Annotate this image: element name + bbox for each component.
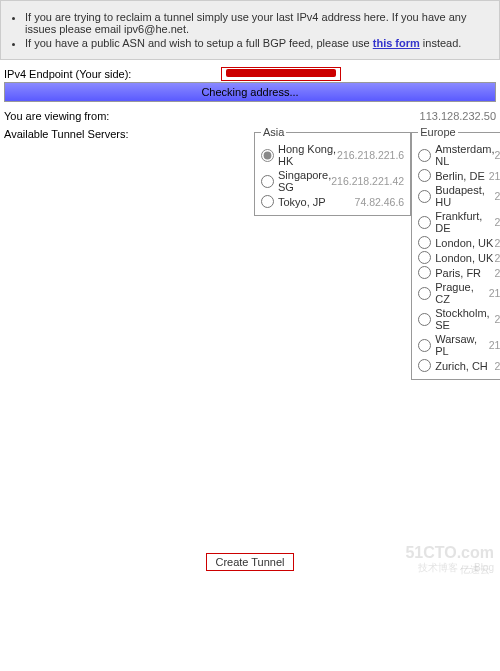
server-row: Paris, FR216.66.84.42 xyxy=(418,265,500,280)
this-form-link[interactable]: this form xyxy=(373,37,420,49)
info-reclaim: If you are trying to reclaim a tunnel si… xyxy=(25,11,491,35)
ipv4-endpoint-input[interactable] xyxy=(221,67,341,81)
server-ip: 216.66.86.122 xyxy=(489,287,500,299)
server-location: London, UK xyxy=(435,252,494,264)
server-radio[interactable] xyxy=(418,216,431,229)
server-ip: 216.66.87.14 xyxy=(495,190,500,202)
available-servers-label: Available Tunnel Servers: xyxy=(4,126,254,140)
server-location: Tokyo, JP xyxy=(278,196,355,208)
server-location: Prague, CZ xyxy=(435,281,488,305)
server-row: London, UK216.66.88.98 xyxy=(418,250,500,265)
server-row: Amsterdam, NL216.66.84.46 xyxy=(418,142,500,168)
server-radio[interactable] xyxy=(418,339,431,352)
server-row: Berlin, DE216.66.86.114 xyxy=(418,168,500,183)
server-radio[interactable] xyxy=(418,251,431,264)
region-asia: AsiaHong Kong, HK216.218.221.6Singapore,… xyxy=(254,126,411,216)
server-ip: 216.66.80.30 xyxy=(495,216,500,228)
server-location: Zurich, CH xyxy=(435,360,494,372)
redacted-value xyxy=(226,69,336,77)
watermark-secondary: 亿速云 xyxy=(460,563,490,577)
server-ip: 216.66.80.26 xyxy=(495,237,500,249)
status-bar: Checking address... xyxy=(4,82,496,102)
server-radio[interactable] xyxy=(418,266,431,279)
server-row: London, UK216.66.80.26 xyxy=(418,235,500,250)
viewing-from-label: You are viewing from: xyxy=(4,110,109,122)
server-location: Singapore, SG xyxy=(278,169,331,193)
region-legend: Asia xyxy=(261,126,286,138)
server-ip: 74.82.46.6 xyxy=(355,196,405,208)
server-ip: 216.66.84.46 xyxy=(495,149,500,161)
server-row: Hong Kong, HK216.218.221.6 xyxy=(261,142,404,168)
server-row: Zurich, CH216.66.80.98 xyxy=(418,358,500,373)
server-radio[interactable] xyxy=(261,149,274,162)
server-ip: 216.66.80.98 xyxy=(495,360,500,372)
server-ip: 216.66.80.90 xyxy=(495,313,500,325)
server-row: Stockholm, SE216.66.80.90 xyxy=(418,306,500,332)
server-radio[interactable] xyxy=(418,169,431,182)
server-radio[interactable] xyxy=(418,190,431,203)
viewing-from-ip: 113.128.232.50 xyxy=(420,110,496,122)
create-tunnel-button[interactable]: Create Tunnel xyxy=(206,553,293,571)
server-location: Frankfurt, DE xyxy=(435,210,494,234)
info-asn: If you have a public ASN and wish to set… xyxy=(25,37,491,49)
server-row: Frankfurt, DE216.66.80.30 xyxy=(418,209,500,235)
server-ip: 216.218.221.42 xyxy=(331,175,404,187)
server-radio[interactable] xyxy=(418,313,431,326)
server-row: Prague, CZ216.66.86.122 xyxy=(418,280,500,306)
server-ip: 216.66.86.114 xyxy=(489,170,500,182)
server-radio[interactable] xyxy=(418,287,431,300)
info-box: If you are trying to reclaim a tunnel si… xyxy=(0,0,500,60)
region-europe: EuropeAmsterdam, NL216.66.84.46Berlin, D… xyxy=(411,126,500,380)
server-ip: 216.66.84.42 xyxy=(495,267,500,279)
server-ip: 216.66.88.98 xyxy=(495,252,500,264)
server-radio[interactable] xyxy=(418,236,431,249)
server-radio[interactable] xyxy=(418,149,431,162)
endpoint-label: IPv4 Endpoint (Your side): xyxy=(4,68,131,80)
server-row: Budapest, HU216.66.87.14 xyxy=(418,183,500,209)
region-legend: Europe xyxy=(418,126,457,138)
server-location: Paris, FR xyxy=(435,267,494,279)
server-row: Singapore, SG216.218.221.42 xyxy=(261,168,404,194)
server-radio[interactable] xyxy=(418,359,431,372)
server-ip: 216.218.221.6 xyxy=(337,149,404,161)
server-location: Warsaw, PL xyxy=(435,333,488,357)
server-row: Tokyo, JP74.82.46.6 xyxy=(261,194,404,209)
server-location: Amsterdam, NL xyxy=(435,143,494,167)
server-location: Hong Kong, HK xyxy=(278,143,337,167)
server-location: Stockholm, SE xyxy=(435,307,494,331)
server-radio[interactable] xyxy=(261,195,274,208)
server-ip: 216.66.80.162 xyxy=(489,339,500,351)
server-location: London, UK xyxy=(435,237,494,249)
server-radio[interactable] xyxy=(261,175,274,188)
server-row: Warsaw, PL216.66.80.162 xyxy=(418,332,500,358)
server-location: Budapest, HU xyxy=(435,184,494,208)
server-location: Berlin, DE xyxy=(435,170,488,182)
